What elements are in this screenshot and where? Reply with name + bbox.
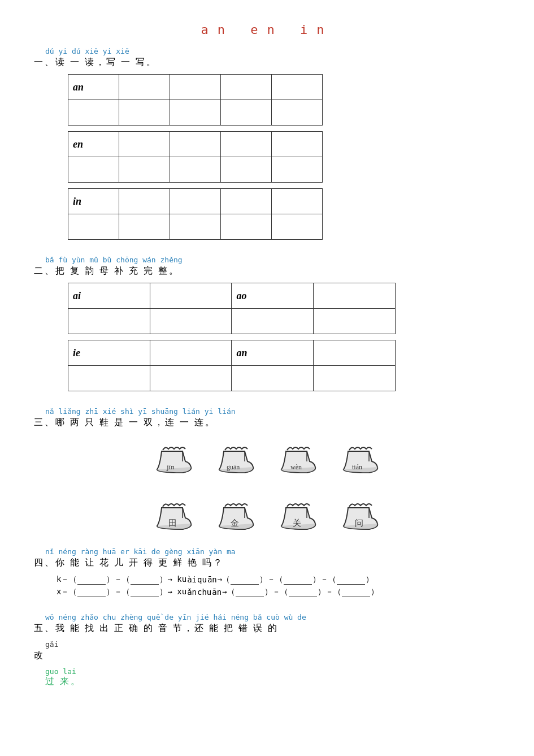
blank-x4[interactable] [289,587,317,597]
cell-an2-b2[interactable] [314,366,396,391]
section2-table-row1: ai ao [68,283,396,334]
cell-en-2[interactable] [170,132,221,157]
cell-en-1[interactable] [119,132,170,157]
section5-chinese1: 五、我 能 找 出 正 确 的 音 节，还 能 把 错 误 的 [34,623,500,634]
cell-an2: an [232,340,314,366]
shoe-jin: jīn [151,434,197,474]
svg-text:问: 问 [355,519,363,528]
shoe-tian-char-icon: 田 [151,491,197,530]
cell-en-b2[interactable] [119,157,170,183]
cell-ao-1[interactable] [314,283,396,309]
blank-k2[interactable] [131,575,159,585]
svg-text:jīn: jīn [166,463,175,471]
section5-chinese-guolai: 过 来。 [45,676,500,688]
cell-an-4[interactable] [272,75,323,100]
section5: wǒ néng zhǎo chu zhèng quề de yīn jié há… [34,613,500,688]
section1-table-in: in [68,188,323,240]
blank-k5[interactable] [337,575,365,585]
cell-ao-b1[interactable] [232,309,314,334]
cell-ai: ai [68,283,150,309]
shoe-wen-char: 问 [338,491,383,530]
cell-ie-b1[interactable] [68,366,150,391]
section4-chinese: 四、你 能 让 花 儿 开 得 更 鲜 艳 吗？ [34,557,500,569]
cell-ie-1[interactable] [150,340,232,366]
svg-text:guān: guān [227,463,240,471]
cell-an-b2[interactable] [119,100,170,126]
cell-en-b3[interactable] [170,157,221,183]
cell-ao: ao [232,283,314,309]
cell-ie-b2[interactable] [150,366,232,391]
blank-k4[interactable] [284,575,312,585]
blank-x5[interactable] [342,587,370,597]
section2-chinese: 二、把 复 韵 母 补 充 完 整。 [34,265,500,277]
cell-in-b3[interactable] [170,214,221,240]
section3-pinyin: nǎ liǎng zhī xié shì yī shuāng lián yi l… [45,407,500,416]
section2-pinyin: bǎ fù yùn mǔ bǔ chōng wán zhěng [45,256,500,264]
section4-pinyin: nǐ néng ràng huā er kāi de gèng xiān yàn… [45,547,500,556]
cell-en-3[interactable] [221,132,272,157]
shoe-guan: guān [214,434,259,474]
cell-an-b4[interactable] [221,100,272,126]
shoe-guan-char: 关 [276,491,321,530]
cell-an-b3[interactable] [170,100,221,126]
cell-en-4[interactable] [272,132,323,157]
section5-pinyin-gai: gǎi [45,640,500,649]
cell-an-b5[interactable] [272,100,323,126]
section2: bǎ fù yùn mǔ bǔ chōng wán zhěng 二、把 复 韵 … [34,256,500,391]
shoes-top-row: jīn guān wèn [34,434,500,474]
blank-x2[interactable] [131,587,159,597]
cell-ie: ie [68,340,150,366]
section4: nǐ néng ràng huā er kāi de gèng xiān yàn… [34,547,500,597]
page-title: an en in [34,23,500,37]
svg-text:关: 关 [293,519,301,528]
section3: nǎ liǎng zhī xié shì yī shuāng lián yi l… [34,407,500,530]
cell-en-b1[interactable] [68,157,119,183]
cell-en-b5[interactable] [272,157,323,183]
section1: dú yi dú xiě yi xiě 一、读 一 读，写 一 写。 an en [34,47,500,240]
svg-text:田: 田 [168,519,177,528]
shoe-tian: tián [338,434,383,474]
cell-an: an [68,75,119,100]
section2-table-row2: ie an [68,340,396,391]
cell-an2-b1[interactable] [232,366,314,391]
section4-line1: k－（ ）－（ ）→ kuài quān →（ ）－（ ）－（ ） [57,574,500,585]
cell-en-b4[interactable] [221,157,272,183]
cell-in-3[interactable] [221,189,272,214]
cell-in-b5[interactable] [272,214,323,240]
shoe-jin-icon: jīn [151,434,197,474]
blank-x1[interactable] [77,587,106,597]
cell-ai-1[interactable] [150,283,232,309]
cell-in-4[interactable] [272,189,323,214]
shoe-wen-char-icon: 问 [338,491,383,530]
cell-in-2[interactable] [170,189,221,214]
blank-k1[interactable] [77,575,106,585]
cell-an-1[interactable] [119,75,170,100]
shoes-bottom-row: 田 金 关 [34,491,500,530]
cell-in-b4[interactable] [221,214,272,240]
shoe-tian-char: 田 [151,491,197,530]
cell-in-b2[interactable] [119,214,170,240]
section1-table-en: en [68,131,323,183]
cell-in: in [68,189,119,214]
shoe-jin-char: 金 [214,491,259,530]
section5-pinyin-guolai: guo lai [45,667,500,676]
cell-ai-b2[interactable] [150,309,232,334]
cell-in-1[interactable] [119,189,170,214]
blank-k3[interactable] [231,575,259,585]
svg-text:tián: tián [352,463,362,471]
cell-an2-1[interactable] [314,340,396,366]
svg-text:金: 金 [231,519,239,528]
cell-ao-b2[interactable] [314,309,396,334]
cell-an-3[interactable] [221,75,272,100]
section5-pinyin1: wǒ néng zhǎo chu zhèng quề de yīn jié há… [45,613,500,621]
cell-in-b1[interactable] [68,214,119,240]
cell-an-b1[interactable] [68,100,119,126]
shoe-wen-icon: wèn [276,434,321,474]
cell-ai-b1[interactable] [68,309,150,334]
cell-an-2[interactable] [170,75,221,100]
blank-x3[interactable] [236,587,264,597]
shoe-wen: wèn [276,434,321,474]
shoe-guan-char-icon: 关 [276,491,321,530]
section1-table-an: an [68,74,323,126]
shoe-jin-char-icon: 金 [214,491,259,530]
